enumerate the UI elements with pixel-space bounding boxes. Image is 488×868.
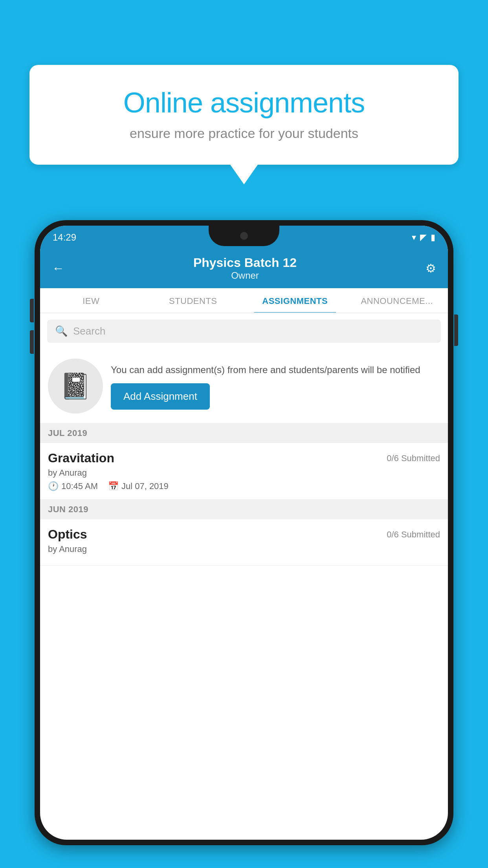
assignment-row-1: Gravitation 0/6 Submitted [48,451,440,465]
assignment-date-value: Jul 07, 2019 [121,481,169,491]
notebook-icon: 📓 [60,371,91,401]
back-button[interactable]: ← [52,261,64,276]
speech-bubble-container: Online assignments ensure more practice … [29,65,459,184]
assignment-item-gravitation[interactable]: Gravitation 0/6 Submitted by Anurag 🕐 10… [40,443,448,500]
wifi-icon: ▾ [412,232,416,243]
prompt-description: You can add assignment(s) from here and … [111,363,440,377]
clock-icon: 🕐 [48,481,59,491]
notch [209,226,279,246]
phone-screen: 14:29 ▾ ◤ ▮ ← Physics Batch 12 Owner [40,226,448,840]
batch-title: Physics Batch 12 [193,256,297,270]
bubble-title: Online assignments [53,86,435,119]
phone-content: ← Physics Batch 12 Owner ⚙ IEW STUDENTS … [40,249,448,840]
assignment-icon-circle: 📓 [48,359,103,414]
settings-icon[interactable]: ⚙ [426,261,436,275]
status-icons: ▾ ◤ ▮ [412,232,435,243]
prompt-card: 📓 You can add assignment(s) from here an… [40,349,448,423]
bubble-subtitle: ensure more practice for your students [53,126,435,141]
search-icon: 🔍 [55,325,68,337]
header-owner-label: Owner [193,270,297,281]
assignment-item-optics[interactable]: Optics 0/6 Submitted by Anurag [40,519,448,566]
app-header: ← Physics Batch 12 Owner ⚙ [40,249,448,288]
volume-down-button [30,330,34,354]
status-time: 14:29 [53,232,76,243]
tab-students[interactable]: STUDENTS [142,288,244,313]
tabs-bar: IEW STUDENTS ASSIGNMENTS ANNOUNCEME... [40,288,448,313]
signal-icon: ◤ [420,232,427,243]
calendar-icon: 📅 [108,481,119,491]
assignment-name-optics: Optics [48,527,87,542]
header-center: Physics Batch 12 Owner [193,256,297,281]
phone-outer: 14:29 ▾ ◤ ▮ ← Physics Batch 12 Owner [35,220,453,845]
search-bar[interactable]: 🔍 Search [47,320,441,343]
tab-iew[interactable]: IEW [40,288,142,313]
section-jun-2019: JUN 2019 [40,500,448,519]
tab-assignments[interactable]: ASSIGNMENTS [244,288,346,313]
tab-announcements[interactable]: ANNOUNCEME... [346,288,448,313]
assignment-submitted-gravitation: 0/6 Submitted [387,453,440,463]
assignment-author-optics: by Anurag [48,544,440,554]
assignment-optics-row1: Optics 0/6 Submitted [48,527,440,542]
bubble-tail [230,165,258,184]
status-bar: 14:29 ▾ ◤ ▮ [40,226,448,249]
prompt-text-area: You can add assignment(s) from here and … [111,363,440,410]
power-button [454,314,458,346]
phone-wrapper: 14:29 ▾ ◤ ▮ ← Physics Batch 12 Owner [35,220,453,868]
search-input[interactable]: Search [73,325,105,337]
section-jul-2019: JUL 2019 [40,423,448,443]
assignment-submitted-optics: 0/6 Submitted [387,530,440,540]
assignment-time-gravitation: 🕐 10:45 AM [48,481,98,491]
add-assignment-button[interactable]: Add Assignment [111,383,210,410]
camera-dot [240,232,248,240]
assignment-time-value: 10:45 AM [61,481,98,491]
assignment-author-gravitation: by Anurag [48,468,440,478]
speech-bubble: Online assignments ensure more practice … [29,65,459,165]
assignment-meta-gravitation: 🕐 10:45 AM 📅 Jul 07, 2019 [48,481,440,491]
battery-icon: ▮ [431,232,435,243]
search-container: 🔍 Search [40,313,448,349]
assignment-date-gravitation: 📅 Jul 07, 2019 [108,481,169,491]
assignment-name-gravitation: Gravitation [48,451,114,465]
volume-up-button [30,299,34,322]
